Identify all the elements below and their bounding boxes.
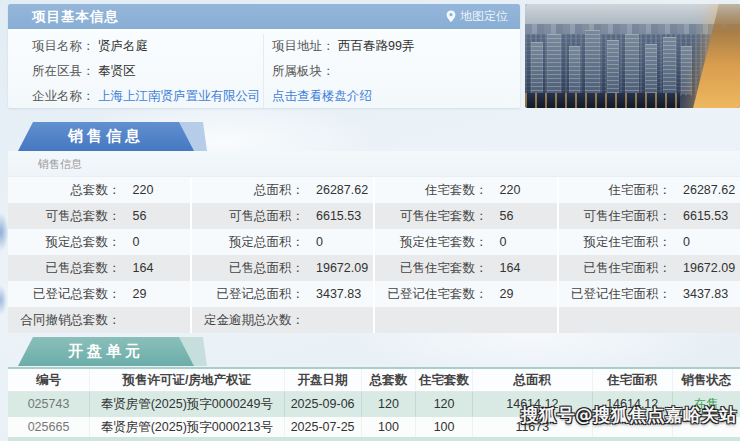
sales-label: 已售住宅套数： xyxy=(375,255,488,281)
sales-value xyxy=(671,307,740,333)
sales-cell: 总套数：220 xyxy=(8,177,190,203)
cell-permit: 奉贤房管(2025)预字0000213号 xyxy=(90,417,285,437)
district-field: 所在区县： 奉贤区 xyxy=(32,59,263,84)
sales-value: 29 xyxy=(121,281,190,307)
sales-row-cancelled: 合同撤销总套数： 定金逾期总次数： xyxy=(8,307,740,333)
sales-cell: 预定住宅套数：0 xyxy=(375,229,557,255)
sales-label: 已售总套数： xyxy=(8,255,121,281)
photo-tower xyxy=(607,40,619,94)
photo-tower xyxy=(625,34,639,94)
project-info-left-column: 项目名称： 贤庐名庭 所在区县： 奉贤区 企业名称： 上海上江南贤庐置业有限公司 xyxy=(8,34,264,108)
sales-cell: 已售住宅套数：164 xyxy=(375,255,557,281)
company-label: 企业名称： xyxy=(32,89,95,103)
sales-value: 164 xyxy=(121,255,190,281)
photo-tower xyxy=(645,44,657,94)
sales-label: 预定住宅面积： xyxy=(559,229,672,255)
sales-value: 6615.53 xyxy=(304,203,373,229)
sales-cell: 预定住宅面积：0 xyxy=(559,229,740,255)
project-photo xyxy=(525,4,740,108)
sales-cell: 合同撤销总套数： xyxy=(8,307,190,333)
photo-tower xyxy=(531,42,543,94)
sales-label: 可售住宅面积： xyxy=(559,203,672,229)
header-permit: 预售许可证/房地产权证 xyxy=(90,369,285,391)
sales-value: 26287.62 xyxy=(671,177,740,203)
sales-cell: 已售总套数：164 xyxy=(8,255,190,281)
project-name-label: 项目名称： xyxy=(32,39,95,53)
location-pin-icon xyxy=(446,10,456,23)
district-label: 所在区县： xyxy=(32,64,95,78)
photo-tower xyxy=(663,37,676,94)
sales-value xyxy=(304,307,373,333)
sales-value: 29 xyxy=(488,281,557,307)
sales-value: 26287.62 xyxy=(304,177,373,203)
project-name-value: 贤庐名庭 xyxy=(98,39,148,53)
photo-tower xyxy=(585,30,600,94)
sales-cell: 预定总套数：0 xyxy=(8,229,190,255)
cell-permit: 奉贤房管(2025)预字0000249号 xyxy=(90,392,285,417)
sales-label: 预定总面积： xyxy=(192,229,305,255)
building-intro-link[interactable]: 点击查看楼盘介绍 xyxy=(272,89,372,103)
sales-value: 19672.09 xyxy=(671,255,740,281)
opening-section-tab: 开盘单元 xyxy=(18,337,194,366)
sales-row-sold: 已售总套数：164 已售总面积：19672.09 已售住宅套数：164 已售住宅… xyxy=(8,255,740,281)
district-value: 奉贤区 xyxy=(98,64,136,78)
cell-open-date: 2025-07-25 xyxy=(285,417,362,437)
address-label: 项目地址： xyxy=(272,39,335,53)
sales-label: 总面积： xyxy=(192,177,305,203)
sales-label: 住宅套数： xyxy=(375,177,488,203)
sales-value: 6615.53 xyxy=(671,203,740,229)
sales-label: 已登记住宅套数： xyxy=(375,281,488,307)
sales-cell: 住宅面积：26287.62 xyxy=(559,177,740,203)
sales-label: 定金逾期总次数： xyxy=(192,307,305,333)
sales-label: 住宅面积： xyxy=(559,177,672,203)
intro-field: 点击查看楼盘介绍 xyxy=(272,84,520,109)
sales-info-table: 总套数：220 总面积：26287.62 住宅套数：220 住宅面积：26287… xyxy=(8,177,740,333)
sales-value: 220 xyxy=(121,177,190,203)
sales-value: 0 xyxy=(488,229,557,255)
map-locate-button[interactable]: 地图定位 xyxy=(446,8,508,25)
cell-id: 025743 xyxy=(8,392,90,417)
sales-label: 总套数： xyxy=(8,177,121,203)
sector-field: 所属板块： xyxy=(272,59,520,84)
sales-row-registered: 已登记总套数：29 已登记总面积：3437.83 已登记住宅套数：29 已登记住… xyxy=(8,281,740,307)
cell-open-date: 2025-09-06 xyxy=(285,392,362,417)
sales-section-tab: 销售信息 xyxy=(18,122,194,151)
sales-value xyxy=(488,307,557,333)
sales-cell: 已登记住宅面积：3437.83 xyxy=(559,281,740,307)
sales-value: 56 xyxy=(121,203,190,229)
address-field: 项目地址： 西百春路99弄 xyxy=(272,34,520,59)
sales-label: 预定总套数： xyxy=(8,229,121,255)
sales-cell xyxy=(375,307,557,333)
sales-value: 19672.09 xyxy=(304,255,373,281)
watermark: 搜狐号@搜狐焦点嘉峪关站 xyxy=(521,403,737,427)
sales-cell: 已登记住宅套数：29 xyxy=(375,281,557,307)
sales-value: 164 xyxy=(488,255,557,281)
sales-cell: 可售总面积：6615.53 xyxy=(192,203,374,229)
sales-cell: 可售住宅套数：56 xyxy=(375,203,557,229)
sales-value: 220 xyxy=(488,177,557,203)
sales-cell: 住宅套数：220 xyxy=(375,177,557,203)
sales-cell: 定金逾期总次数： xyxy=(192,307,374,333)
header-residential-units: 住宅套数 xyxy=(416,369,472,391)
sales-value: 0 xyxy=(304,229,373,255)
sales-cell: 已售总面积：19672.09 xyxy=(192,255,374,281)
sales-label: 已登记住宅面积： xyxy=(559,281,672,307)
opening-table-header: 编号 预售许可证/房地产权证 开盘日期 总套数 住宅套数 总面积 住宅面积 销售… xyxy=(8,367,740,392)
sales-label: 已售总面积： xyxy=(192,255,305,281)
address-value: 西百春路99弄 xyxy=(338,39,414,53)
sales-label: 已登记总面积： xyxy=(192,281,305,307)
company-link[interactable]: 上海上江南贤庐置业有限公司 xyxy=(98,89,261,103)
sales-value: 3437.83 xyxy=(671,281,740,307)
photo-foreground xyxy=(525,93,680,108)
sales-label: 已售住宅面积： xyxy=(559,255,672,281)
sales-cell: 可售住宅面积：6615.53 xyxy=(559,203,740,229)
header-total-units: 总套数 xyxy=(362,369,417,391)
project-info-body: 项目名称： 贤庐名庭 所在区县： 奉贤区 企业名称： 上海上江南贤庐置业有限公司… xyxy=(8,29,520,108)
sales-value xyxy=(121,307,190,333)
sales-row-reserved: 预定总套数：0 预定总面积：0 预定住宅套数：0 预定住宅面积：0 xyxy=(8,229,740,255)
sales-label: 可售总面积： xyxy=(192,203,305,229)
sales-value: 3437.83 xyxy=(304,281,373,307)
opening-tab-label: 开盘单元 xyxy=(18,337,194,366)
page: 项目基本信息 地图定位 项目名称： 贤庐名庭 所在区县： 奉贤区 企业名称 xyxy=(0,0,740,441)
sales-value: 0 xyxy=(671,229,740,255)
